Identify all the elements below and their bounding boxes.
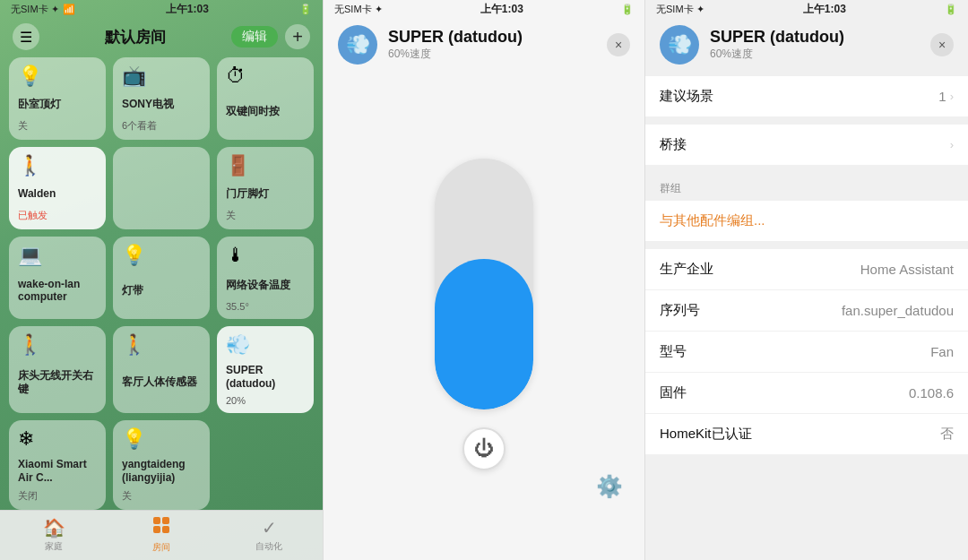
device-tile[interactable]: 📺SONY电视6个看着 — [113, 57, 210, 140]
tile-icon: 💻 — [18, 244, 97, 267]
device-tile[interactable]: 💨SUPER (datudou)20% — [217, 326, 314, 413]
nav-item-家庭[interactable]: 🏠家庭 — [0, 517, 108, 553]
row-value: 否 — [940, 426, 954, 443]
row-value: Fan — [930, 344, 954, 359]
battery-icon-p3: 🔋 — [945, 4, 957, 15]
row-value: › — [950, 138, 954, 151]
status-signal-p1: 无SIM卡 ✦ 📶 — [11, 3, 75, 16]
tile-name: 双键间时按 — [226, 105, 305, 117]
row-value: 0.108.6 — [909, 385, 954, 401]
settings-row[interactable]: 建议场景1› — [645, 75, 968, 116]
settings-row[interactable]: 与其他配件编组... — [645, 200, 968, 241]
sim-label-p3: 无SIM卡 ✦ — [656, 3, 704, 16]
device-tile[interactable]: 🚶Walden已触发 — [9, 147, 106, 229]
device-tile[interactable]: ❄Xiaomi Smart Air C...关闭 — [9, 420, 106, 510]
tile-icon: 💡 — [122, 427, 201, 451]
row-label: 型号 — [660, 343, 687, 360]
device-tile[interactable]: 🚶客厅人体传感器 — [113, 326, 210, 413]
add-button[interactable]: + — [285, 24, 310, 49]
section-spacer — [645, 241, 968, 248]
fan-power-button[interactable]: ⏻ — [462, 427, 506, 470]
nav-icon-n3: ✓ — [262, 517, 277, 538]
fan-settings-title: SUPER (datudou) — [710, 28, 920, 47]
device-tile[interactable]: 💡卧室顶灯关 — [9, 57, 106, 140]
wifi-icon-p1: 📶 — [63, 4, 75, 15]
fan-icon: 💨 — [346, 33, 370, 56]
panel-fan-settings: 无SIM卡 ✦ 上午1:03 🔋 💨 SUPER (datudou) 60%速度… — [645, 0, 968, 560]
settings-row[interactable]: 桥接› — [645, 124, 968, 165]
row-value-text: Fan — [930, 344, 954, 359]
edit-button[interactable]: 编辑 — [231, 26, 278, 47]
close-button-p2[interactable]: × — [607, 33, 630, 56]
row-label: HomeKit已认证 — [660, 426, 752, 443]
device-tile[interactable]: 🌡网络设备温度35.5° — [217, 237, 314, 319]
device-tile[interactable]: 🚶床头无线开关右键 — [9, 326, 106, 413]
battery-icon-p1: 🔋 — [299, 4, 312, 15]
status-time-p3: 上午1:03 — [803, 2, 846, 17]
menu-button[interactable]: ☰ — [13, 23, 39, 50]
section-spacer — [645, 165, 968, 172]
panel-fan-control: 无SIM卡 ✦ 上午1:03 🔋 💨 SUPER (datudou) 60%速度… — [323, 0, 645, 560]
tile-icon: 🌡 — [226, 244, 305, 267]
fan-title: SUPER (datudou) — [388, 28, 596, 47]
device-tile-empty — [113, 147, 210, 229]
chevron-icon: › — [950, 90, 954, 103]
row-value-text: fan.super_datudou — [842, 303, 954, 318]
status-bar-p2: 无SIM卡 ✦ 上午1:03 🔋 — [324, 0, 644, 18]
row-value-text: 1 — [938, 89, 946, 104]
tile-icon: ❄ — [18, 427, 97, 451]
status-bar-p1: 无SIM卡 ✦ 📶 上午1:03 🔋 — [0, 0, 323, 18]
tile-name: 客厅人体传感器 — [122, 375, 201, 388]
row-label: 序列号 — [660, 302, 700, 319]
tile-status: 已触发 — [18, 209, 97, 222]
fan-settings-header: 💨 SUPER (datudou) 60%速度 × — [645, 18, 968, 68]
fan-speed-fill — [435, 259, 533, 409]
fan-settings-title-block: SUPER (datudou) 60%速度 — [710, 28, 920, 62]
tile-icon: 📺 — [122, 65, 201, 88]
nav-item-自动化[interactable]: ✓自动化 — [215, 517, 323, 553]
sim-label-p2: 无SIM卡 ✦ — [334, 3, 383, 16]
tile-icon: 🚶 — [18, 154, 97, 177]
svg-rect-2 — [153, 526, 160, 533]
room-title: 默认房间 — [105, 27, 166, 47]
row-value: Home Assistant — [860, 262, 954, 277]
tile-name: 门厅脚灯 — [226, 187, 305, 200]
settings-group: 与其他配件编组... — [645, 200, 968, 241]
status-time-p1: 上午1:03 — [166, 2, 209, 17]
row-value-text: 0.108.6 — [909, 385, 954, 401]
row-value: fan.super_datudou — [842, 303, 954, 318]
tile-icon: 💨 — [226, 333, 305, 357]
settings-gear-button[interactable]: ⚙️ — [596, 474, 623, 499]
bottom-nav: 🏠家庭房间✓自动化 — [0, 510, 323, 560]
nav-label-n2: 房间 — [152, 541, 170, 554]
settings-row: HomeKit已认证否 — [645, 414, 968, 454]
device-tile[interactable]: 💡yangtaideng (liangyijia)关 — [113, 420, 210, 510]
power-icon: ⏻ — [474, 437, 494, 461]
status-time-p2: 上午1:03 — [480, 2, 523, 17]
row-label: 建议场景 — [660, 88, 713, 105]
tile-status: 20% — [226, 395, 305, 406]
tile-icon: 💡 — [18, 65, 97, 88]
device-tile[interactable]: 🚪门厅脚灯关 — [217, 147, 314, 229]
nav-item-房间[interactable]: 房间 — [108, 515, 215, 554]
settings-row: 序列号fan.super_datudou — [645, 290, 968, 332]
fan-control-header: 💨 SUPER (datudou) 60%速度 × — [324, 18, 644, 68]
tile-name: 灯带 — [122, 284, 201, 297]
gear-icon: ⚙️ — [596, 474, 623, 498]
nav-label-n1: 家庭 — [45, 540, 63, 553]
fan-settings-icon: 💨 — [668, 33, 692, 56]
panel-room-list: 无SIM卡 ✦ 📶 上午1:03 🔋 ☰ 默认房间 编辑 + 💡卧室顶灯关📺SO… — [0, 0, 323, 560]
battery-icon-p2: 🔋 — [621, 4, 634, 15]
tile-status: 关 — [122, 489, 201, 503]
nav-icon-n1: 🏠 — [43, 517, 65, 538]
nav-icon-n2 — [151, 515, 171, 539]
close-button-p3[interactable]: × — [930, 33, 954, 56]
device-tile[interactable]: 💻wake-on-lan computer — [9, 237, 106, 319]
fan-settings-subtitle: 60%速度 — [710, 47, 920, 62]
menu-icon: ☰ — [20, 29, 32, 46]
device-tile[interactable]: 💡灯带 — [113, 237, 210, 319]
row-label: 桥接 — [660, 136, 687, 153]
fan-speed-slider[interactable] — [435, 159, 533, 409]
tile-icon: 🚶 — [122, 333, 201, 357]
device-tile[interactable]: ⏱双键间时按 — [217, 57, 314, 140]
